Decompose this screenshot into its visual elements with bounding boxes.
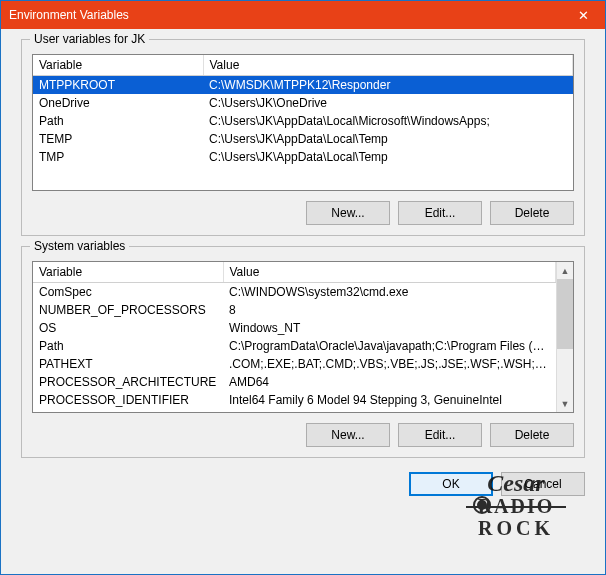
- user-new-button[interactable]: New...: [306, 201, 390, 225]
- ok-button[interactable]: OK: [409, 472, 493, 496]
- cancel-button[interactable]: Cancel: [501, 472, 585, 496]
- table-row[interactable]: TMP C:\Users\JK\AppData\Local\Temp: [33, 148, 573, 166]
- close-button[interactable]: ✕: [561, 1, 605, 29]
- system-variables-legend: System variables: [30, 239, 129, 253]
- cell-variable: OS: [33, 319, 223, 337]
- cell-variable: PROCESSOR_IDENTIFIER: [33, 391, 223, 409]
- col-variable[interactable]: Variable: [33, 55, 203, 76]
- cell-variable: MTPPKROOT: [33, 76, 203, 95]
- cell-variable: OneDrive: [33, 94, 203, 112]
- table-row[interactable]: PATHEXT .COM;.EXE;.BAT;.CMD;.VBS;.VBE;.J…: [33, 355, 556, 373]
- cell-value: .COM;.EXE;.BAT;.CMD;.VBS;.VBE;.JS;.JSE;.…: [223, 355, 556, 373]
- system-btn-row: New... Edit... Delete: [32, 423, 574, 447]
- cell-variable: Path: [33, 337, 223, 355]
- col-value[interactable]: Value: [203, 55, 573, 76]
- dialog-footer: OK Cancel: [21, 468, 585, 496]
- col-value[interactable]: Value: [223, 262, 556, 283]
- table-row[interactable]: NUMBER_OF_PROCESSORS 8: [33, 301, 556, 319]
- scroll-track[interactable]: [557, 349, 573, 395]
- user-variables-table[interactable]: Variable Value MTPPKROOT C:\WMSDK\MTPPK1…: [32, 54, 574, 191]
- cell-value: C:\WMSDK\MTPPK12\Responder: [203, 76, 573, 95]
- content-area: User variables for JK Variable Value: [1, 29, 605, 574]
- scroll-up-icon[interactable]: ▲: [557, 262, 573, 279]
- cell-value: Intel64 Family 6 Model 94 Stepping 3, Ge…: [223, 391, 556, 409]
- user-btn-row: New... Edit... Delete: [32, 201, 574, 225]
- user-variables-legend: User variables for JK: [30, 32, 149, 46]
- system-delete-button[interactable]: Delete: [490, 423, 574, 447]
- table-row[interactable]: TEMP C:\Users\JK\AppData\Local\Temp: [33, 130, 573, 148]
- cell-variable: PROCESSOR_ARCHITECTURE: [33, 373, 223, 391]
- cell-variable: NUMBER_OF_PROCESSORS: [33, 301, 223, 319]
- cell-variable: TMP: [33, 148, 203, 166]
- close-icon: ✕: [578, 8, 589, 23]
- system-edit-button[interactable]: Edit...: [398, 423, 482, 447]
- cell-value: C:\Users\JK\AppData\Local\Temp: [203, 148, 573, 166]
- system-variables-table[interactable]: Variable Value ComSpec C:\WINDOWS\system…: [32, 261, 574, 413]
- system-variables-group: System variables Variable Value: [21, 246, 585, 458]
- titlebar[interactable]: Environment Variables ✕: [1, 1, 605, 29]
- table-row[interactable]: PROCESSOR_IDENTIFIER Intel64 Family 6 Mo…: [33, 391, 556, 409]
- table-header-row[interactable]: Variable Value: [33, 55, 573, 76]
- table-row[interactable]: MTPPKROOT C:\WMSDK\MTPPK12\Responder: [33, 76, 573, 95]
- scroll-thumb[interactable]: [557, 279, 573, 349]
- cell-value: C:\Users\JK\AppData\Local\Microsoft\Wind…: [203, 112, 573, 130]
- cell-value: Windows_NT: [223, 319, 556, 337]
- cell-value: C:\ProgramData\Oracle\Java\javapath;C:\P…: [223, 337, 556, 355]
- table-row[interactable]: Path C:\ProgramData\Oracle\Java\javapath…: [33, 337, 556, 355]
- cell-variable: PATHEXT: [33, 355, 223, 373]
- table-row[interactable]: OS Windows_NT: [33, 319, 556, 337]
- col-variable[interactable]: Variable: [33, 262, 223, 283]
- cell-variable: ComSpec: [33, 283, 223, 302]
- system-new-button[interactable]: New...: [306, 423, 390, 447]
- scroll-down-icon[interactable]: ▼: [557, 395, 573, 412]
- table-row[interactable]: OneDrive C:\Users\JK\OneDrive: [33, 94, 573, 112]
- cell-value: C:\Users\JK\OneDrive: [203, 94, 573, 112]
- env-vars-window: Environment Variables ✕ User variables f…: [0, 0, 606, 575]
- cell-value: AMD64: [223, 373, 556, 391]
- table-row[interactable]: Path C:\Users\JK\AppData\Local\Microsoft…: [33, 112, 573, 130]
- window-title: Environment Variables: [9, 8, 129, 22]
- system-scrollbar[interactable]: ▲ ▼: [556, 262, 573, 412]
- user-delete-button[interactable]: Delete: [490, 201, 574, 225]
- table-header-row[interactable]: Variable Value: [33, 262, 556, 283]
- cell-value: 8: [223, 301, 556, 319]
- cell-variable: Path: [33, 112, 203, 130]
- cell-value: C:\WINDOWS\system32\cmd.exe: [223, 283, 556, 302]
- user-variables-group: User variables for JK Variable Value: [21, 39, 585, 236]
- user-edit-button[interactable]: Edit...: [398, 201, 482, 225]
- cell-variable: TEMP: [33, 130, 203, 148]
- table-row[interactable]: PROCESSOR_ARCHITECTURE AMD64: [33, 373, 556, 391]
- table-row[interactable]: ComSpec C:\WINDOWS\system32\cmd.exe: [33, 283, 556, 302]
- cell-value: C:\Users\JK\AppData\Local\Temp: [203, 130, 573, 148]
